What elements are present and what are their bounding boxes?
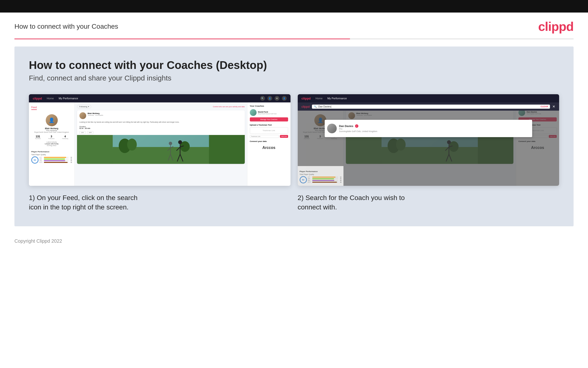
coach-club: Royal North Devon Golf Club bbox=[258, 113, 277, 114]
bar-putt: PUTT 96 bbox=[39, 162, 72, 163]
post-actions: OFF APP bbox=[77, 130, 245, 135]
screen1-sidebar: Feed Blair McHarg Plus Handicap Royal No… bbox=[29, 102, 75, 186]
screenshot-frame-1: clippd Home My Performance 🔍 👤 ⚙ 👤 Feed bbox=[29, 94, 290, 186]
main-subtitle: Find, connect and share your Clippd insi… bbox=[29, 74, 559, 82]
stat-following-num: 4 bbox=[62, 135, 68, 138]
screenshot-block-2: clippd Home My Performance Feed Blair Mc… bbox=[298, 94, 559, 212]
perf-bars: OTT 90 APP bbox=[39, 157, 72, 163]
step2-label: 2) Search for the Coach you wish toconne… bbox=[298, 194, 405, 211]
copyright: Copyright Clippd 2022 bbox=[14, 238, 62, 244]
screen1-nav-home[interactable]: Home bbox=[47, 97, 54, 100]
user-icon[interactable]: 👤 bbox=[267, 96, 272, 101]
screen1-nav-logo: clippd bbox=[33, 97, 42, 100]
search-input-box[interactable]: 🔍 Dan Davies| CLEAR bbox=[312, 105, 550, 109]
coach-name: David Ford bbox=[258, 111, 277, 113]
screen2-nav: clippd Home My Performance bbox=[298, 94, 559, 102]
screen1-nav-icons: 🔍 👤 ⚙ 👤 bbox=[260, 96, 287, 101]
footer: Copyright Clippd 2022 bbox=[0, 233, 588, 249]
add-link-row: Add Link bbox=[250, 135, 288, 138]
add-link-btn[interactable]: Add Link bbox=[280, 135, 288, 138]
latest-activity-label: Latest Activity bbox=[31, 141, 72, 143]
perf-row: 92 OTT 90 bbox=[31, 156, 72, 164]
bar-ott: OTT 90 bbox=[39, 157, 72, 158]
activity-link[interactable]: Lesson with Fordy bbox=[31, 143, 72, 145]
stat-following-label: Following bbox=[62, 138, 68, 139]
search-icon[interactable]: 🔍 bbox=[260, 96, 265, 101]
bar-putt-label: PUTT bbox=[39, 162, 43, 163]
result-info: Dan Davies ✓ Pro Sunningdale Golf Club, … bbox=[339, 124, 377, 133]
header-divider bbox=[14, 38, 574, 39]
post-avatar bbox=[79, 112, 86, 119]
stat-activities-label: Activities bbox=[35, 138, 41, 139]
screen2-body: Feed Blair McHarg Plus Handicap Royal No… bbox=[298, 102, 559, 186]
verified-badge: ✓ bbox=[355, 124, 358, 128]
profile-club: Royal North Devon Golf Club, United King… bbox=[31, 131, 72, 133]
following-chevron: ▾ bbox=[88, 106, 89, 108]
post-duration: Duration01 hr : 30 min bbox=[77, 125, 245, 130]
following-bar: Following ▾ Control who can see your act… bbox=[77, 105, 245, 109]
coach-avatar bbox=[250, 109, 257, 116]
settings-icon[interactable]: ⚙ bbox=[275, 96, 280, 101]
search-logo: clippd bbox=[302, 105, 310, 109]
main-content: How to connect with your Coaches (Deskto… bbox=[14, 46, 574, 226]
bar-ott-label: OTT bbox=[39, 157, 43, 158]
stat-activities-num: 131 bbox=[35, 135, 41, 138]
screenshots-row: clippd Home My Performance 🔍 👤 ⚙ 👤 Feed bbox=[29, 94, 559, 212]
following-btn[interactable]: Following ▾ bbox=[77, 105, 91, 109]
step1-text: 1) On your Feed, click on the searchicon… bbox=[29, 193, 290, 212]
result-name-row: Dan Davies ✓ bbox=[339, 124, 377, 128]
coaches-title: Your Coaches bbox=[250, 105, 288, 107]
bar-putt-val: 96 bbox=[69, 162, 72, 163]
connect-section: Connect your data Arccos bbox=[250, 140, 288, 152]
search-result-item[interactable]: Dan Davies ✓ Pro Sunningdale Golf Club, … bbox=[327, 122, 530, 135]
result-role: Pro bbox=[339, 128, 377, 130]
post-image bbox=[77, 135, 245, 164]
screen2-nav-logo: clippd bbox=[302, 97, 311, 100]
screen1-body: Feed Blair McHarg Plus Handicap Royal No… bbox=[29, 102, 290, 186]
duration-val: 01 hr : 30 min bbox=[79, 128, 90, 129]
screen2-nav-home[interactable]: Home bbox=[316, 97, 323, 100]
bar-arg-fill bbox=[44, 160, 65, 161]
top-bar bbox=[0, 0, 588, 12]
profile-hc: Plus Handicap bbox=[31, 130, 72, 131]
trackman-input[interactable] bbox=[250, 135, 279, 138]
screen1-nav-myperformance[interactable]: My Performance bbox=[59, 97, 78, 100]
bar-putt-track bbox=[44, 162, 69, 163]
manage-coaches-btn[interactable]: Manage Your Coaches bbox=[250, 117, 288, 121]
bar-arg-label: ARG bbox=[39, 160, 43, 161]
clear-button[interactable]: CLEAR bbox=[541, 105, 548, 108]
bar-app-fill bbox=[44, 159, 65, 159]
search-magnifier-icon: 🔍 bbox=[314, 105, 317, 108]
avatar-icon[interactable]: 👤 bbox=[282, 96, 287, 101]
bar-app: APP 85 bbox=[39, 158, 72, 160]
trackman-box: Trackman Link bbox=[250, 127, 288, 134]
coach-item: David Ford Royal North Devon Golf Club bbox=[250, 109, 288, 116]
post-header: Blair McHarg Yesterday · Sunningdale bbox=[77, 110, 245, 121]
close-icon[interactable]: ✕ bbox=[552, 105, 555, 109]
post-info: Blair McHarg Yesterday · Sunningdale bbox=[88, 112, 103, 116]
post-name: Blair McHarg bbox=[88, 112, 103, 114]
bar-ott-val: 90 bbox=[69, 157, 72, 158]
screen1-feed: Following ▾ Control who can see your act… bbox=[75, 102, 247, 186]
stat-followers: 3 Followers bbox=[48, 135, 55, 139]
latest-activity: Latest Activity Lesson with Fordy 03 Aug… bbox=[31, 141, 72, 146]
perf-score-circle: 92 bbox=[31, 156, 38, 164]
screen2-nav-myperformance[interactable]: My Performance bbox=[327, 97, 347, 100]
result-name: Dan Davies bbox=[339, 125, 353, 128]
upload-title: Upload a Trackman Test bbox=[250, 124, 288, 126]
feed-tab[interactable]: Feed bbox=[31, 106, 37, 110]
app-btn[interactable]: APP bbox=[87, 131, 93, 134]
coach-info: David Ford Royal North Devon Golf Club bbox=[258, 111, 277, 114]
stat-followers-label: Followers bbox=[48, 138, 55, 139]
post-meta: Yesterday · Sunningdale bbox=[88, 114, 103, 116]
control-link[interactable]: Control who can see your activity and da… bbox=[213, 106, 245, 108]
search-bar-row: clippd 🔍 Dan Davies| CLEAR ✕ bbox=[298, 102, 559, 110]
off-btn[interactable]: OFF bbox=[79, 131, 86, 134]
profile-card: Blair McHarg Plus Handicap Royal North D… bbox=[31, 112, 72, 148]
profile-name: Blair McHarg bbox=[31, 127, 72, 130]
clippd-logo: clippd bbox=[538, 19, 574, 34]
activity-date: 03 Aug 2022 bbox=[31, 145, 72, 146]
search-value[interactable]: Dan Davies| bbox=[318, 105, 539, 108]
search-overlay-panel: clippd 🔍 Dan Davies| CLEAR ✕ bbox=[298, 102, 559, 110]
step1-label: 1) On your Feed, click on the searchicon… bbox=[29, 194, 137, 211]
